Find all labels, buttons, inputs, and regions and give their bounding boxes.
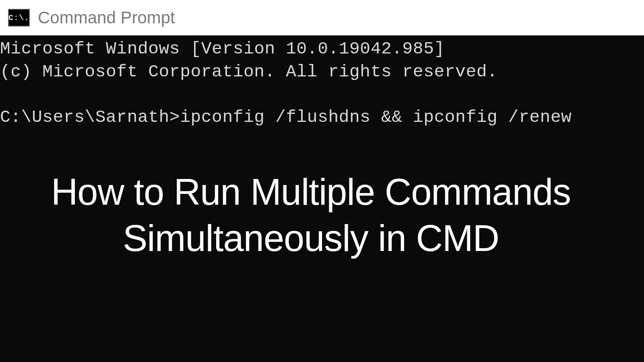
terminal-prompt-line: C:\Users\Sarnath>ipconfig /flushdns && i… <box>0 106 644 129</box>
window-title: Command Prompt <box>38 8 175 27</box>
window-title-bar: C:\. Command Prompt <box>0 0 644 35</box>
terminal-output[interactable]: Microsoft Windows [Version 10.0.19042.98… <box>0 35 644 129</box>
terminal-version-line: Microsoft Windows [Version 10.0.19042.98… <box>0 38 644 61</box>
terminal-command: ipconfig /flushdns && ipconfig /renew <box>180 107 572 127</box>
cmd-icon: C:\. <box>8 9 30 27</box>
terminal-blank-line <box>0 84 644 106</box>
terminal-copyright-line: (c) Microsoft Corporation. All rights re… <box>0 61 644 84</box>
cmd-icon-label: C:\. <box>8 13 29 23</box>
article-heading: How to Run Multiple Commands Simultaneou… <box>0 169 622 261</box>
terminal-prompt: C:\Users\Sarnath> <box>0 107 180 127</box>
